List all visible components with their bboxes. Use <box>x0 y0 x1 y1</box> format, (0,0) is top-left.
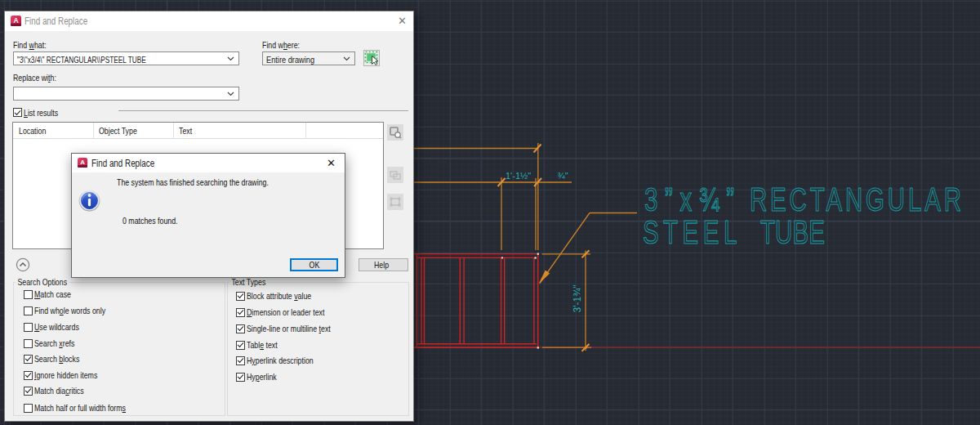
svg-text:1'-1½": 1'-1½" <box>506 171 531 181</box>
svg-text:STEEL: STEEL <box>643 213 742 251</box>
svg-text:TUBE: TUBE <box>760 213 825 251</box>
svg-text:¾": ¾" <box>558 171 568 181</box>
svg-text:A: A <box>13 16 18 25</box>
svg-text:A: A <box>80 159 85 166</box>
svg-text:3'-1¾": 3'-1¾" <box>572 285 583 313</box>
